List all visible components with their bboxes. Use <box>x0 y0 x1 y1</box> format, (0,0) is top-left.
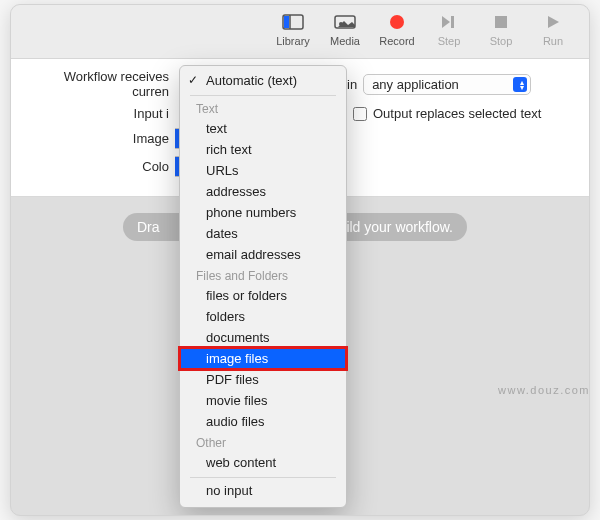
dropdown-item-label: web content <box>206 455 276 470</box>
svg-rect-2 <box>284 16 289 28</box>
svg-marker-9 <box>548 16 559 28</box>
dropdown-item-richtext[interactable]: rich text <box>180 139 346 160</box>
dropdown-item-label: text <box>206 121 227 136</box>
color-label: Colo <box>25 159 175 174</box>
dropdown-item-label: PDF files <box>206 372 259 387</box>
toolbar: Library Media Record Step Stop <box>11 5 589 59</box>
in-word: in <box>347 77 357 92</box>
svg-rect-8 <box>495 16 507 28</box>
dropdown-item-label: rich text <box>206 142 252 157</box>
dropdown-item-documents[interactable]: documents <box>180 327 346 348</box>
stop-label: Stop <box>490 35 513 47</box>
library-button[interactable]: Library <box>271 11 315 47</box>
dropdown-item-label: URLs <box>206 163 239 178</box>
dropdown-item-label: phone numbers <box>206 205 296 220</box>
step-button[interactable]: Step <box>427 11 471 47</box>
drag-hint-right: build your workflow. <box>331 219 453 235</box>
dropdown-item-dates[interactable]: dates <box>180 223 346 244</box>
dropdown-item-label: addresses <box>206 184 266 199</box>
dropdown-heading-other: Other <box>180 432 346 452</box>
svg-point-5 <box>390 15 404 29</box>
checkmark-icon: ✓ <box>188 73 198 87</box>
dropdown-heading-files: Files and Folders <box>180 265 346 285</box>
dropdown-item-label: movie files <box>206 393 267 408</box>
dropdown-item-label: files or folders <box>206 288 287 303</box>
dropdown-item-phone[interactable]: phone numbers <box>180 202 346 223</box>
dropdown-item-automatic[interactable]: ✓ Automatic (text) <box>180 70 346 91</box>
dropdown-item-label: no input <box>206 483 252 498</box>
chevron-updown-icon: ▴▾ <box>520 80 524 90</box>
media-label: Media <box>330 35 360 47</box>
image-label: Image <box>25 131 175 146</box>
media-button[interactable]: Media <box>323 11 367 47</box>
dropdown-item-label: folders <box>206 309 245 324</box>
svg-marker-6 <box>442 16 450 28</box>
run-label: Run <box>543 35 563 47</box>
dropdown-item-label: audio files <box>206 414 265 429</box>
dropdown-separator <box>190 95 336 96</box>
record-button[interactable]: Record <box>375 11 419 47</box>
output-replaces-checkbox[interactable]: Output replaces selected text <box>353 106 541 121</box>
dropdown-item-web[interactable]: web content <box>180 452 346 473</box>
dropdown-item-text[interactable]: text <box>180 118 346 139</box>
library-icon <box>282 11 304 33</box>
play-icon <box>545 11 561 33</box>
dropdown-item-label: Automatic (text) <box>206 73 297 88</box>
dropdown-item-audio[interactable]: audio files <box>180 411 346 432</box>
output-replaces-label: Output replaces selected text <box>373 106 541 121</box>
dropdown-item-movie[interactable]: movie files <box>180 390 346 411</box>
step-label: Step <box>438 35 461 47</box>
library-label: Library <box>276 35 310 47</box>
media-icon <box>334 11 356 33</box>
dropdown-item-addresses[interactable]: addresses <box>180 181 346 202</box>
dropdown-item-urls[interactable]: URLs <box>180 160 346 181</box>
dropdown-item-email[interactable]: email addresses <box>180 244 346 265</box>
dropdown-item-image-files[interactable]: image files <box>180 348 346 369</box>
dropdown-item-folders[interactable]: folders <box>180 306 346 327</box>
stop-button[interactable]: Stop <box>479 11 523 47</box>
automator-window: Library Media Record Step Stop <box>10 4 590 516</box>
record-icon <box>388 11 406 33</box>
stop-icon <box>493 11 509 33</box>
run-button[interactable]: Run <box>531 11 575 47</box>
dropdown-item-label: dates <box>206 226 238 241</box>
dropdown-item-label: documents <box>206 330 270 345</box>
dropdown-heading-text: Text <box>180 98 346 118</box>
dropdown-item-no-input[interactable]: no input <box>180 480 346 501</box>
dropdown-item-label: email addresses <box>206 247 301 262</box>
output-replaces-input[interactable] <box>353 107 367 121</box>
input-type-dropdown[interactable]: ✓ Automatic (text) Text text rich text U… <box>179 65 347 508</box>
svg-rect-7 <box>451 16 454 28</box>
dropdown-item-label: image files <box>206 351 268 366</box>
application-select-value: any application <box>372 77 459 92</box>
input-label: Input i <box>25 106 175 121</box>
application-select[interactable]: any application ▴▾ <box>363 74 531 95</box>
step-icon <box>440 11 458 33</box>
watermark: www.douz.com <box>498 384 590 396</box>
drag-hint-left: Dra <box>137 219 160 235</box>
record-label: Record <box>379 35 414 47</box>
dropdown-separator <box>190 477 336 478</box>
dropdown-item-pdf[interactable]: PDF files <box>180 369 346 390</box>
receives-label: Workflow receives curren <box>25 69 175 99</box>
dropdown-item-files-or-folders[interactable]: files or folders <box>180 285 346 306</box>
